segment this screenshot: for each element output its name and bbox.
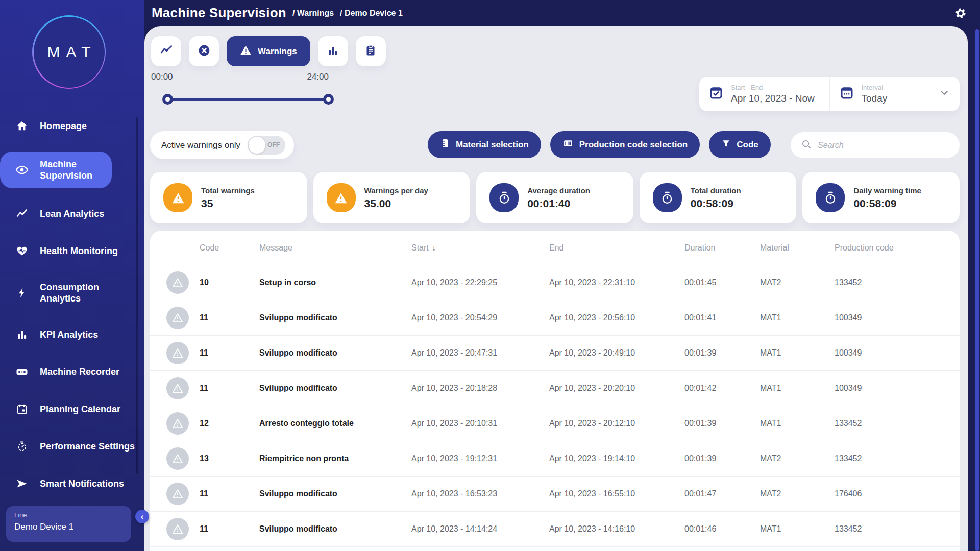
production-code-selection-button[interactable]: Production code selection (550, 131, 700, 158)
cell-start: Apr 10, 2023 - 20:18:28 (411, 384, 549, 393)
sidebar-item-label: Machine Recorder (40, 366, 119, 378)
cell-code: 11 (200, 348, 259, 358)
cell-code: 12 (200, 419, 259, 428)
bolt-icon (15, 286, 29, 299)
cell-end: Apr 10, 2023 - 14:16:10 (549, 524, 684, 534)
sidebar-item-smart-notifications[interactable]: Smart Notifications (0, 472, 144, 495)
cell-end: Apr 10, 2023 - 20:56:10 (549, 313, 684, 322)
cell-end: Apr 10, 2023 - 20:49:10 (549, 348, 684, 358)
sidebar-item-label: Homepage (40, 120, 87, 132)
sidebar-item-performance-settings[interactable]: Performance Settings (0, 435, 144, 458)
sidebar-item-label: Consumption Analytics (40, 282, 137, 304)
cell-material: MAT1 (760, 524, 835, 534)
start-end-value: Apr 10, 2023 - Now (731, 93, 815, 104)
recorder-icon (15, 365, 29, 379)
warning-circle-icon (166, 447, 189, 470)
brand-logo-text: MAT (41, 43, 96, 61)
stat-label: Total duration (691, 186, 741, 195)
tab-errors[interactable] (189, 36, 219, 66)
sidebar-item-health-monitoring[interactable]: Health Monitoring (0, 239, 144, 263)
column-header-production-code[interactable]: Production code (835, 243, 960, 253)
cell-start: Apr 10, 2023 - 14:14:24 (411, 524, 549, 534)
barcode-icon (562, 138, 574, 151)
cell-end: Apr 10, 2023 - 20:12:10 (549, 419, 684, 428)
column-header-message[interactable]: Message (259, 243, 411, 253)
table-row[interactable]: 11 Sviluppo modificato Apr 10, 2023 - 20… (150, 336, 960, 371)
table-row[interactable]: 11 Sviluppo modificato Apr 10, 2023 - 14… (150, 512, 960, 547)
cell-production-code: 133452 (835, 524, 960, 534)
sidebar-item-machine-recorder[interactable]: Machine Recorder (0, 360, 144, 384)
device-card[interactable]: Line Demo Device 1 (6, 506, 131, 542)
code-filter-button[interactable]: Code (709, 131, 771, 158)
table-row[interactable]: 13 Riempitrice non pronta Apr 10, 2023 -… (150, 441, 960, 477)
start-end-picker[interactable]: Start - End Apr 10, 2023 - Now (699, 77, 829, 111)
tab-warnings[interactable]: Warnings (227, 36, 310, 66)
table-row[interactable]: 11 Sviluppo modificato Apr 10, 2023 - 20… (150, 300, 960, 336)
cell-duration: 00:01:39 (684, 419, 760, 428)
sidebar-item-lean-analytics[interactable]: Lean Analytics (0, 202, 144, 226)
breadcrumb-item: Demo Device 1 (345, 9, 403, 17)
cell-duration: 00:01:42 (684, 384, 760, 393)
slider-handle-end[interactable] (323, 94, 334, 105)
table-row[interactable]: 11 Sviluppo modificato Apr 10, 2023 - 16… (150, 477, 960, 512)
column-header-duration[interactable]: Duration (684, 243, 760, 253)
sidebar-item-machine-supervision[interactable]: Machine Supervision (0, 152, 112, 188)
stat-cards: Total warnings 35 Warnings per day 35.00… (150, 172, 960, 223)
stopwatch-icon (653, 183, 682, 212)
page-title: Machine Supervision (152, 5, 286, 21)
time-slider[interactable] (167, 98, 329, 101)
interval-picker[interactable]: Interval Today (829, 77, 960, 111)
breadcrumb: / Warnings (292, 9, 334, 18)
slider-handle-start[interactable] (162, 94, 173, 105)
sidebar-item-homepage[interactable]: Homepage (0, 114, 144, 138)
warning-circle-icon (166, 412, 189, 435)
active-warnings-toggle-card: Active warnings only OFF (150, 131, 294, 159)
column-header-start[interactable]: Start↓ (411, 243, 549, 253)
column-header-end[interactable]: End (549, 243, 684, 253)
tab-report[interactable] (356, 36, 386, 66)
column-header-material[interactable]: Material (760, 243, 835, 253)
cell-material: MAT1 (760, 419, 835, 428)
cell-production-code: 100349 (835, 313, 960, 322)
cell-start: Apr 10, 2023 - 20:47:31 (411, 348, 549, 358)
cell-material: MAT1 (760, 348, 835, 358)
table-row[interactable]: 10 Setup in corso Apr 10, 2023 - 22:29:2… (150, 265, 960, 300)
sidebar-collapse-button[interactable]: ‹ (135, 510, 149, 523)
material-selection-button[interactable]: Material selection (428, 131, 541, 158)
cell-start: Apr 10, 2023 - 22:29:25 (411, 278, 549, 287)
cell-production-code: 133452 (835, 454, 960, 463)
eye-icon (15, 163, 29, 177)
sidebar-item-label: Health Monitoring (40, 245, 118, 257)
cell-message: Sviluppo modificato (259, 489, 411, 498)
sidebar-item-label: Performance Settings (40, 441, 135, 452)
warning-circle-icon (166, 271, 189, 294)
sidebar-scrollbar[interactable] (136, 117, 138, 474)
cell-material: MAT2 (760, 454, 835, 463)
cell-end: Apr 10, 2023 - 20:20:10 (549, 384, 684, 393)
cell-material: MAT2 (760, 489, 835, 498)
sidebar-item-kpi-analytics[interactable]: KPI Analytics (0, 323, 144, 346)
sidebar-item-consumption-analytics[interactable]: Consumption Analytics (0, 277, 144, 309)
tab-warnings-label: Warnings (258, 46, 297, 57)
search-input[interactable] (818, 141, 949, 150)
tab-statistics[interactable] (318, 36, 348, 66)
warning-circle-icon (166, 307, 189, 329)
page-scrollbar[interactable] (975, 29, 979, 551)
column-header-code[interactable]: Code (200, 243, 259, 253)
sidebar-item-label: Lean Analytics (40, 208, 104, 219)
funnel-icon (721, 139, 731, 151)
material-selection-label: Material selection (456, 140, 529, 150)
tab-trends[interactable] (151, 36, 181, 66)
table-row[interactable]: 12 Arresto conteggio totale Apr 10, 2023… (150, 406, 960, 441)
chevron-down-icon (938, 87, 950, 101)
stat-warnings-per-day: Warnings per day 35.00 (313, 172, 471, 223)
active-warnings-toggle[interactable]: OFF (248, 136, 285, 155)
settings-gear-icon[interactable] (954, 7, 967, 19)
cell-message: Sviluppo modificato (259, 384, 411, 393)
table-row[interactable]: 11 Sviluppo modificato Apr 10, 2023 - 20… (150, 371, 960, 406)
breadcrumb-separator: / (340, 9, 342, 17)
cell-end: Apr 10, 2023 - 16:55:10 (549, 489, 684, 498)
sidebar-item-planning-calendar[interactable]: Planning Calendar (0, 397, 144, 421)
send-icon (15, 477, 29, 490)
cell-start: Apr 10, 2023 - 20:54:29 (411, 313, 549, 322)
